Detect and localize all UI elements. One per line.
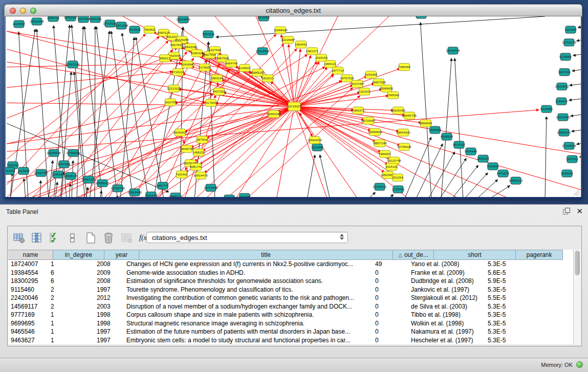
network-canvas[interactable]: 4403557206914062093719106532871527602646… bbox=[5, 16, 581, 198]
edge[interactable] bbox=[294, 106, 512, 197]
teal-node[interactable]: 6679197 bbox=[453, 141, 466, 148]
edge[interactable] bbox=[294, 106, 405, 115]
teal-node[interactable]: 15751074 bbox=[562, 39, 576, 46]
table-cell[interactable]: 0 bbox=[373, 337, 408, 344]
table-row[interactable]: 2242004622012Investigating the contribut… bbox=[8, 294, 573, 302]
table-cell[interactable]: 5.3E-5 bbox=[485, 260, 527, 268]
table-cell[interactable]: 1 bbox=[48, 337, 94, 344]
table-cell[interactable]: 18724007 bbox=[8, 260, 48, 268]
table-row[interactable]: 946554611997Estimation of the future num… bbox=[8, 327, 573, 336]
edge[interactable] bbox=[320, 155, 330, 197]
table-row[interactable]: 969969511998Structural magnetic resonanc… bbox=[8, 319, 573, 328]
table-cell[interactable]: 0 bbox=[373, 328, 408, 335]
table-cell[interactable]: Estimation of the future numbers of pati… bbox=[124, 328, 373, 335]
column-header-year[interactable]: year bbox=[104, 250, 139, 260]
teal-node[interactable]: 17957223 bbox=[81, 176, 96, 183]
edge[interactable] bbox=[185, 106, 294, 132]
table-cell[interactable]: 5.3E-5 bbox=[485, 286, 527, 293]
table-cell[interactable]: Tourette syndrome. Phenomenology and cla… bbox=[124, 286, 373, 293]
column-header-name[interactable]: name bbox=[8, 250, 53, 260]
edge[interactable] bbox=[455, 58, 463, 197]
table-cell[interactable]: 2008 bbox=[94, 277, 124, 285]
table-cell[interactable]: 18300295 bbox=[8, 277, 48, 285]
yellow-node[interactable]: 10989651 bbox=[379, 85, 394, 92]
yellow-node[interactable]: 1877714 bbox=[332, 67, 344, 74]
edge[interactable] bbox=[294, 74, 334, 106]
teal-node[interactable]: 1624985 bbox=[238, 193, 251, 197]
edge[interactable] bbox=[102, 34, 276, 197]
teal-node[interactable]: 1145194 bbox=[52, 171, 64, 178]
table-cell[interactable]: 0 bbox=[373, 286, 408, 293]
row-options-button[interactable] bbox=[66, 231, 79, 245]
yellow-node[interactable]: 252254 bbox=[393, 174, 403, 181]
edge[interactable] bbox=[7, 106, 294, 182]
table-cell[interactable]: 0 bbox=[373, 277, 408, 285]
create-column-button[interactable] bbox=[84, 231, 97, 245]
table-cell[interactable]: Jankovic et al. (1997) bbox=[408, 286, 485, 293]
teal-node[interactable]: 16782759 bbox=[111, 185, 125, 192]
yellow-node[interactable]: 1810755 bbox=[164, 99, 177, 106]
yellow-node[interactable]: 19654923 bbox=[396, 129, 410, 136]
table-cell[interactable]: 2009 bbox=[94, 269, 124, 276]
edge[interactable] bbox=[573, 54, 581, 56]
teal-node[interactable]: 1244413 bbox=[555, 98, 568, 105]
yellow-node[interactable]: 8186328 bbox=[191, 50, 204, 57]
edge[interactable] bbox=[545, 117, 547, 197]
teal-node[interactable]: 1640954 bbox=[429, 126, 442, 134]
table-cell[interactable]: 9463627 bbox=[8, 337, 48, 344]
edge[interactable] bbox=[367, 192, 375, 197]
edge[interactable] bbox=[580, 157, 581, 157]
teal-node[interactable]: 1112305 bbox=[564, 26, 577, 33]
table-cell[interactable]: 9777169 bbox=[8, 311, 48, 318]
column-header-pagerank[interactable]: pagerank bbox=[516, 250, 563, 260]
yellow-node[interactable]: 7963822 bbox=[143, 26, 156, 33]
table-cell[interactable]: 2008 bbox=[94, 260, 124, 268]
yellow-node[interactable]: 2803144 bbox=[211, 75, 224, 82]
teal-node[interactable]: 9129966 bbox=[559, 53, 572, 60]
yellow-node[interactable]: 10025458 bbox=[391, 107, 405, 114]
edge[interactable] bbox=[577, 40, 581, 41]
table-scrollbar[interactable] bbox=[573, 250, 581, 345]
scrollbar-thumb[interactable] bbox=[575, 251, 580, 275]
table-cell[interactable]: 0 bbox=[373, 303, 408, 310]
teal-node[interactable]: 19825413 bbox=[414, 16, 428, 18]
edge[interactable] bbox=[488, 186, 510, 197]
edge[interactable] bbox=[572, 70, 581, 71]
table-cell[interactable]: Franke et al. (2009) bbox=[408, 269, 485, 276]
yellow-node[interactable]: 9146821 bbox=[238, 64, 251, 72]
table-options-button[interactable] bbox=[12, 231, 26, 245]
yellow-node[interactable]: 7485083 bbox=[398, 63, 411, 71]
edge[interactable] bbox=[294, 106, 581, 190]
yellow-node[interactable]: 1549343 bbox=[387, 92, 400, 99]
table-cell[interactable]: 1 bbox=[48, 320, 94, 327]
column-header-title[interactable]: title bbox=[139, 250, 393, 260]
table-cell[interactable]: 5.9E-5 bbox=[485, 277, 527, 285]
table-row[interactable]: 1456911722003Disruption of a novel membe… bbox=[8, 302, 573, 311]
table-cell[interactable]: Dudbridge et al. (2008) bbox=[408, 277, 485, 285]
yellow-node[interactable]: 19166827 bbox=[173, 129, 187, 136]
table-cell[interactable]: 1 bbox=[48, 328, 94, 335]
edge[interactable] bbox=[578, 27, 581, 28]
teal-node[interactable]: 20353346 bbox=[66, 61, 80, 68]
teal-node[interactable]: 12923488 bbox=[127, 189, 142, 196]
table-cell[interactable]: Corpus callosum shape and size in male p… bbox=[124, 311, 373, 318]
table-cell[interactable]: 0 bbox=[373, 269, 408, 276]
table-row[interactable]: 1872400712008Changes of HCN gene express… bbox=[8, 260, 573, 269]
edge[interactable] bbox=[24, 179, 26, 197]
edge[interactable] bbox=[100, 191, 101, 197]
teal-node[interactable]: 1513445 bbox=[311, 144, 324, 151]
table-cell[interactable]: 2 bbox=[48, 286, 94, 293]
table-cell[interactable]: 5.3E-5 bbox=[485, 303, 527, 310]
select-columns-button[interactable] bbox=[48, 231, 61, 245]
yellow-node[interactable]: 1927546 bbox=[209, 47, 222, 54]
yellow-node[interactable]: 18300295 bbox=[267, 111, 281, 118]
yellow-node[interactable]: 1321641 bbox=[358, 88, 371, 95]
edge[interactable] bbox=[7, 34, 145, 185]
table-cell[interactable]: 1997 bbox=[94, 337, 124, 344]
table-cell[interactable]: 49 bbox=[373, 260, 408, 268]
yellow-node[interactable]: 19495759 bbox=[402, 112, 417, 119]
teal-node[interactable]: 8813054 bbox=[257, 16, 270, 21]
table-cell[interactable]: 0 bbox=[373, 311, 408, 318]
table-cell[interactable]: Changes of HCN gene expression and I(f) … bbox=[124, 260, 373, 268]
table-cell[interactable]: Investigating the contribution of common… bbox=[124, 294, 373, 301]
